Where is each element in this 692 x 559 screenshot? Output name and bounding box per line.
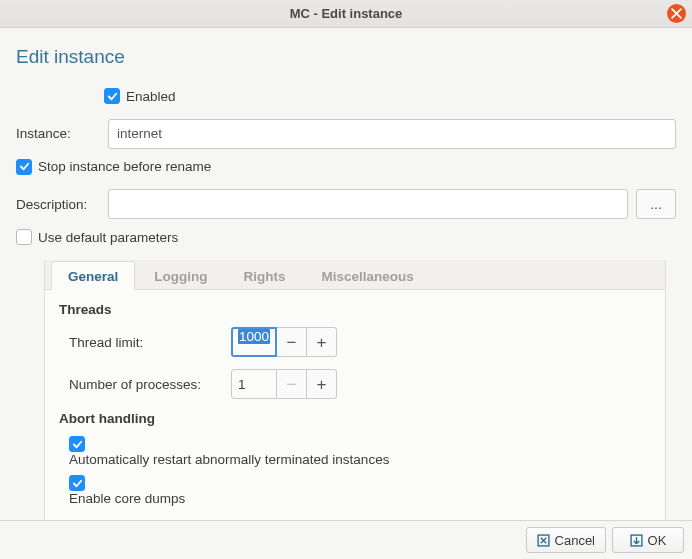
- check-icon: [19, 161, 30, 172]
- instance-row: Instance:: [16, 119, 676, 149]
- tab-general[interactable]: General: [51, 261, 135, 290]
- thread-limit-increment[interactable]: +: [307, 327, 337, 357]
- thread-limit-label: Thread limit:: [69, 335, 221, 350]
- core-dumps-label: Enable core dumps: [69, 491, 185, 506]
- tabs-container: General Logging Rights Miscellaneous Thr…: [44, 260, 666, 531]
- thread-limit-input[interactable]: 1000: [231, 327, 277, 357]
- stop-before-rename-label: Stop instance before rename: [38, 159, 211, 174]
- num-processes-decrement[interactable]: −: [277, 369, 307, 399]
- default-params-checkbox[interactable]: Use default parameters: [16, 229, 178, 245]
- tabstrip: General Logging Rights Miscellaneous: [45, 260, 665, 290]
- close-icon: [671, 8, 682, 19]
- thread-limit-row: Thread limit: 1000 − +: [69, 327, 651, 357]
- num-processes-label: Number of processes:: [69, 377, 221, 392]
- stop-before-rename-checkbox[interactable]: Stop instance before rename: [16, 159, 211, 175]
- check-icon: [107, 91, 118, 102]
- num-processes-input[interactable]: 1: [231, 369, 277, 399]
- instance-label: Instance:: [16, 126, 100, 141]
- auto-restart-checkbox[interactable]: Automatically restart abnormally termina…: [69, 436, 651, 467]
- thread-limit-decrement[interactable]: −: [277, 327, 307, 357]
- enabled-label: Enabled: [126, 89, 176, 104]
- core-dumps-checkbox[interactable]: Enable core dumps: [69, 475, 651, 506]
- tab-miscellaneous[interactable]: Miscellaneous: [305, 261, 431, 290]
- description-row: Description: ...: [16, 189, 676, 219]
- ok-icon: [630, 534, 643, 547]
- check-icon: [72, 478, 83, 489]
- description-more-button[interactable]: ...: [636, 189, 676, 219]
- cancel-button[interactable]: Cancel: [526, 527, 606, 553]
- auto-restart-label: Automatically restart abnormally termina…: [69, 452, 389, 467]
- titlebar: MC - Edit instance: [0, 0, 692, 28]
- abort-title: Abort handling: [59, 411, 651, 426]
- page-title: Edit instance: [16, 46, 676, 68]
- thread-limit-stepper: 1000 − +: [231, 327, 337, 357]
- description-input[interactable]: [108, 189, 628, 219]
- tab-logging[interactable]: Logging: [137, 261, 224, 290]
- window-title: MC - Edit instance: [290, 6, 403, 21]
- cancel-icon: [537, 534, 550, 547]
- num-processes-increment[interactable]: +: [307, 369, 337, 399]
- num-processes-row: Number of processes: 1 − +: [69, 369, 651, 399]
- ok-button[interactable]: OK: [612, 527, 684, 553]
- tab-body-general: Threads Thread limit: 1000 − + Number of…: [45, 290, 665, 530]
- num-processes-stepper: 1 − +: [231, 369, 337, 399]
- enabled-checkbox[interactable]: Enabled: [104, 88, 176, 104]
- threads-title: Threads: [59, 302, 651, 317]
- footer: Cancel OK: [0, 520, 692, 559]
- cancel-label: Cancel: [555, 533, 595, 548]
- check-icon: [72, 439, 83, 450]
- description-label: Description:: [16, 197, 100, 212]
- close-button[interactable]: [667, 4, 686, 23]
- instance-input[interactable]: [108, 119, 676, 149]
- ok-label: OK: [648, 533, 667, 548]
- default-params-label: Use default parameters: [38, 230, 178, 245]
- tab-rights[interactable]: Rights: [227, 261, 303, 290]
- content-area: Edit instance Enabled Instance: Stop ins…: [0, 28, 692, 531]
